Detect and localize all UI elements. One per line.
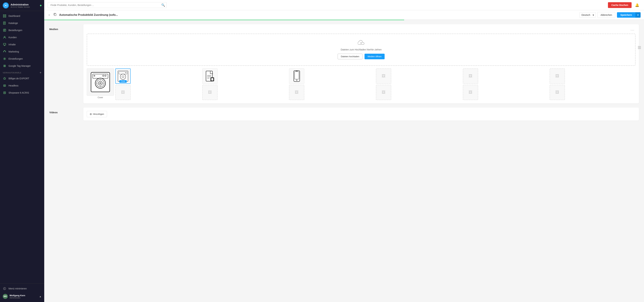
sidebar-item-label: Kataloge (8, 22, 18, 24)
page-content: Medien ··· Dateien zum Hochladen hierhin… (44, 20, 644, 302)
svg-point-21 (4, 287, 6, 290)
placeholder-icon: 🖼 (556, 90, 559, 95)
search-button[interactable]: 🔍 (161, 3, 165, 7)
thumbnail-cover[interactable]: Cover (115, 68, 131, 84)
thumbnail-empty-1[interactable]: 🖼 (376, 68, 391, 84)
marketing-icon (3, 50, 6, 53)
washer-image (89, 71, 112, 93)
inhalte-icon (3, 43, 6, 46)
sidebar-item-label: Marketing (8, 50, 19, 53)
shopware-icon (3, 91, 6, 95)
user-role: Administrator (10, 297, 25, 299)
language-selector-wrapper: Deutsch English (579, 12, 596, 18)
svg-point-55 (640, 47, 640, 48)
videos-label: Videos (49, 108, 83, 114)
main-image-cell (87, 68, 114, 96)
placeholder-icon: 🖼 (121, 90, 125, 95)
save-button[interactable]: Speichern (617, 12, 635, 18)
minimize-menu-btn[interactable]: Menü minimieren (0, 285, 44, 292)
svg-rect-14 (4, 43, 6, 45)
thumbnail-empty-2[interactable]: 🖼 (463, 68, 478, 84)
sidebar-item-kunden[interactable]: Kunden (0, 34, 44, 41)
svg-point-17 (4, 58, 5, 59)
svg-rect-2 (5, 15, 6, 16)
plus-icon: ⊕ (90, 113, 92, 116)
videos-section: Videos ⊕ Hinzufügen (44, 108, 644, 125)
svg-point-40 (122, 76, 124, 78)
sidebar-header: Administration v6.3.0.2 Stable Version (0, 0, 44, 11)
svg-point-20 (4, 92, 5, 93)
media-card: ··· Dateien zum Hochladen hierhin ziehen… (83, 24, 639, 103)
sidebar-item-dashboard[interactable]: Dashboard (0, 12, 44, 19)
svg-rect-18 (4, 85, 6, 86)
svg-rect-4 (5, 16, 6, 17)
thumbnail-doc[interactable] (202, 68, 218, 84)
thumbnail-row-2: 🖼 🖼 🖼 🖼 🖼 (115, 85, 636, 100)
sidebar-item-kataloge[interactable]: Kataloge (0, 19, 44, 27)
media-section: Medien ··· Dateien zum Hochladen hierhin… (44, 20, 644, 108)
medien-oeffnen-button[interactable]: Medien öffnen (364, 54, 384, 59)
sidebar-item-label: Kunden (8, 36, 17, 39)
back-button[interactable]: ‹ (48, 12, 51, 17)
search-container: 🔍 (48, 2, 167, 8)
media-options-button[interactable]: ··· (630, 28, 636, 32)
svg-point-54 (638, 46, 639, 47)
user-avatar: WK (3, 294, 8, 299)
thumbnail-mobile[interactable] (289, 68, 304, 84)
svg-rect-3 (3, 16, 4, 17)
upload-zone-buttons: Dateien hochladen Medien öffnen (90, 54, 632, 59)
thumbnail-grid: Cover (115, 68, 636, 100)
sidebar-item-billiger[interactable]: Billiger.de EXPORT (0, 75, 44, 82)
online-indicator (40, 5, 42, 6)
placeholder-icon: 🖼 (295, 90, 298, 95)
sidebar-item-headless[interactable]: Headless (0, 82, 44, 89)
svg-rect-46 (211, 78, 213, 81)
sidebar-item-shopware[interactable]: Shopware 6 ACRIS (0, 89, 44, 96)
sidebar-item-einstellungen[interactable]: Einstellungen (0, 55, 44, 62)
cover-badge: Cover (120, 80, 127, 83)
brand-logo (3, 2, 9, 8)
main-image-container: Cover (87, 68, 114, 99)
thumbnail-empty-4[interactable]: 🖼 (115, 85, 131, 100)
save-dropdown-button[interactable]: ▾ (635, 12, 640, 18)
svg-rect-22 (54, 14, 56, 16)
sidebar-item-inhalte[interactable]: Inhalte (0, 41, 44, 48)
user-name: Wolfgang Kern (10, 294, 25, 297)
placeholder-icon: 🖼 (382, 74, 386, 78)
page-title: Automatische Produktbild Zuordnung (sofo… (59, 13, 578, 16)
sidebar-nav: Dashboard Kataloge Bestellungen Kunden I… (0, 11, 44, 284)
thumbnail-empty-3[interactable]: 🖼 (550, 68, 565, 84)
sidebar: Administration v6.3.0.2 Stable Version D… (0, 0, 44, 302)
minimize-icon (3, 287, 6, 291)
thumbnail-empty-9[interactable]: 🖼 (550, 85, 565, 100)
add-sales-channel-btn[interactable]: + (40, 71, 42, 74)
sidebar-item-google-tag[interactable]: Google Tag Manager (0, 62, 44, 69)
add-video-button[interactable]: ⊕ Hinzufügen (87, 111, 107, 117)
thumbnail-empty-8[interactable]: 🖼 (463, 85, 478, 100)
language-select[interactable]: Deutsch English (579, 12, 596, 18)
sidebar-item-marketing[interactable]: Marketing (0, 48, 44, 55)
notification-button[interactable]: 🔔 (634, 2, 640, 8)
copy-button[interactable] (52, 12, 58, 17)
videos-card: ⊕ Hinzufügen (83, 108, 639, 121)
image-grid-container: Cover (87, 68, 636, 100)
sidebar-item-label: Google Tag Manager (8, 65, 31, 67)
sidebar-item-label: Dashboard (8, 15, 20, 17)
placeholder-icon: 🖼 (469, 90, 472, 95)
dateien-hochladen-button[interactable]: Dateien hochladen (338, 54, 362, 59)
thumbnail-empty-5[interactable]: 🖼 (202, 85, 218, 100)
cancel-button[interactable]: Abbrechen (598, 12, 616, 18)
cache-loeschen-button[interactable]: Cache löschen (608, 2, 632, 8)
search-input[interactable] (48, 2, 167, 8)
thumbnail-empty-7[interactable]: 🖼 (376, 85, 391, 100)
sidebar-bottom: Menü minimieren WK Wolfgang Kern Adminis… (0, 284, 44, 302)
brand-version: v6.3.0.2 Stable Version (10, 6, 30, 8)
kunden-icon (3, 35, 6, 39)
svg-rect-1 (3, 15, 4, 16)
sidebar-item-bestellungen[interactable]: Bestellungen (0, 27, 44, 34)
upload-zone: Dateien zum Hochladen hierhin ziehen Dat… (87, 34, 636, 66)
sidebar-item-label: Einstellungen (8, 57, 23, 60)
thumbnail-empty-6[interactable]: 🖼 (289, 85, 304, 100)
properties-icon-button[interactable] (638, 46, 641, 50)
user-footer[interactable]: WK Wolfgang Kern Administrator ▲ (0, 292, 44, 301)
